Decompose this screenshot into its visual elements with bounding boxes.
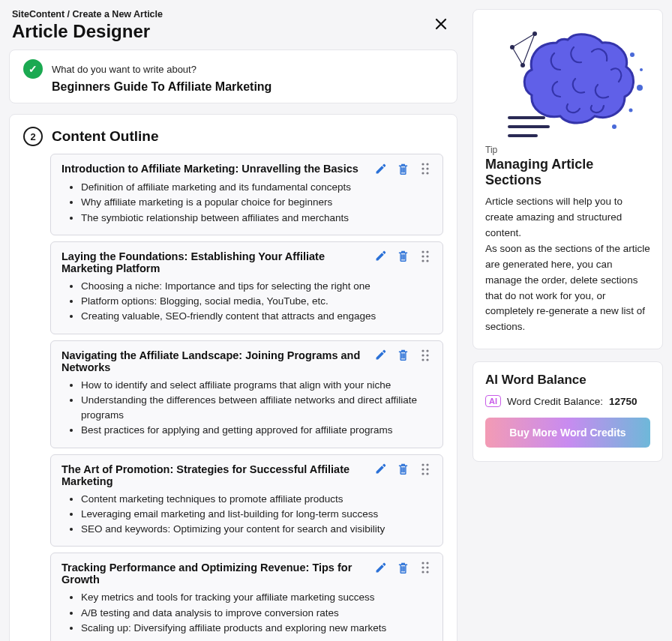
section-actions [374, 250, 432, 263]
svg-point-22 [422, 472, 424, 475]
outline-section: Tracking Performance and Optimizing Reve… [50, 553, 443, 641]
delete-icon[interactable] [396, 162, 410, 175]
step-outline: 2 Content Outline Introduction to Affili… [9, 114, 458, 641]
svg-point-2 [422, 167, 424, 169]
edit-icon[interactable] [374, 162, 387, 175]
svg-point-26 [422, 567, 424, 569]
section-point: Key metrics and tools for tracking your … [81, 590, 432, 605]
section-point: Definition of affiliate marketing and it… [81, 180, 432, 195]
svg-point-21 [426, 468, 428, 470]
tip-title: Managing Article Sections [485, 157, 650, 188]
section-point: Understanding the differences between af… [81, 393, 432, 424]
svg-point-12 [422, 349, 424, 352]
section-point: A/B testing and data analysis to improve… [81, 606, 432, 621]
section-point: Scaling up: Diversifying affiliate produ… [81, 621, 432, 636]
svg-point-38 [629, 109, 633, 112]
balance-row: AI Word Credit Balance: 12750 [485, 395, 650, 407]
tip-card: Tip Managing Article Sections Article se… [472, 9, 663, 349]
svg-point-11 [426, 259, 428, 262]
svg-point-5 [426, 172, 428, 174]
section-point: Best practices for applying and getting … [81, 423, 432, 438]
drag-handle-icon[interactable] [418, 250, 432, 263]
svg-point-9 [426, 255, 428, 257]
section-points: How to identify and select affiliate pro… [62, 378, 432, 439]
section-actions [374, 349, 432, 362]
ai-badge: AI [485, 395, 501, 407]
close-icon [434, 17, 448, 31]
section-points: Definition of affiliate marketing and it… [62, 180, 432, 226]
step-topic-label: What do you want to write about? [52, 64, 196, 75]
tip-label: Tip [485, 145, 650, 155]
svg-line-34 [512, 47, 523, 65]
svg-point-29 [426, 571, 428, 574]
svg-point-6 [422, 250, 424, 253]
section-point: Why affiliate marketing is a popular cho… [81, 195, 432, 210]
balance-card: AI Word Balance AI Word Credit Balance: … [472, 361, 663, 462]
drag-handle-icon[interactable] [418, 463, 432, 476]
svg-point-19 [426, 463, 428, 466]
svg-point-10 [422, 259, 424, 262]
drag-handle-icon[interactable] [418, 349, 432, 362]
close-button[interactable] [430, 13, 452, 34]
tip-body: Article sections will help you to create… [485, 194, 650, 335]
section-point: Choosing a niche: Importance and tips fo… [81, 279, 432, 294]
svg-point-20 [422, 468, 424, 470]
section-point: Platform options: Blogging, social media… [81, 294, 432, 309]
section-point: Content marketing techniques to promote … [81, 492, 432, 507]
breadcrumb: SiteContent / Create a New Article [12, 9, 454, 19]
svg-point-4 [422, 172, 424, 174]
balance-title: AI Word Balance [485, 373, 650, 388]
svg-point-13 [426, 349, 428, 352]
outline-section: Navigating the Affiliate Landscape: Join… [50, 340, 443, 448]
buy-credits-button[interactable]: Buy More Word Credits [485, 418, 650, 448]
section-title: Tracking Performance and Optimizing Reve… [62, 561, 368, 586]
section-actions [374, 162, 432, 175]
svg-point-24 [422, 562, 424, 565]
header: SiteContent / Create a New Article Artic… [9, 9, 458, 49]
svg-point-18 [422, 463, 424, 466]
section-title: Laying the Foundations: Establishing You… [62, 250, 368, 274]
edit-icon[interactable] [374, 250, 387, 263]
step-outline-title: Content Outline [52, 128, 158, 145]
step-badge-done [23, 59, 43, 79]
section-points: Key metrics and tools for tracking your … [62, 590, 432, 636]
section-points: Content marketing techniques to promote … [62, 492, 432, 538]
section-point: How to identify and select affiliate pro… [81, 378, 432, 393]
balance-value: 12750 [609, 396, 638, 407]
delete-icon[interactable] [396, 349, 410, 362]
drag-handle-icon[interactable] [418, 561, 432, 574]
step-topic-value: Beginners Guide To Affiliate Marketing [52, 80, 443, 94]
section-actions [374, 561, 432, 574]
section-title: The Art of Promotion: Strategies for Suc… [62, 463, 368, 487]
outline-section: The Art of Promotion: Strategies for Suc… [50, 454, 443, 547]
balance-label: Word Credit Balance: [507, 396, 603, 407]
edit-icon[interactable] [374, 349, 387, 362]
svg-point-7 [426, 250, 428, 253]
svg-point-27 [426, 567, 428, 569]
step-badge-2: 2 [23, 127, 43, 146]
svg-point-37 [637, 85, 643, 91]
delete-icon[interactable] [396, 463, 410, 476]
brain-illustration [485, 20, 650, 140]
svg-point-23 [426, 472, 428, 475]
section-point: Creating valuable, SEO-friendly content … [81, 309, 432, 324]
delete-icon[interactable] [396, 561, 410, 574]
section-points: Choosing a niche: Importance and tips fo… [62, 279, 432, 325]
svg-point-17 [426, 358, 428, 361]
edit-icon[interactable] [374, 463, 387, 476]
svg-point-16 [422, 358, 424, 361]
section-actions [374, 463, 432, 476]
outline-section: Introduction to Affiliate Marketing: Unr… [50, 154, 443, 235]
svg-point-15 [426, 354, 428, 356]
svg-point-3 [426, 167, 428, 169]
section-point: SEO and keywords: Optimizing your conten… [81, 522, 432, 537]
svg-point-14 [422, 354, 424, 356]
svg-point-40 [640, 68, 643, 71]
edit-icon[interactable] [374, 561, 387, 574]
delete-icon[interactable] [396, 250, 410, 263]
section-title: Introduction to Affiliate Marketing: Unr… [62, 162, 368, 175]
drag-handle-icon[interactable] [418, 162, 432, 175]
section-point: Leveraging email marketing and list-buil… [81, 507, 432, 522]
svg-point-1 [426, 163, 428, 165]
svg-line-33 [512, 34, 535, 47]
